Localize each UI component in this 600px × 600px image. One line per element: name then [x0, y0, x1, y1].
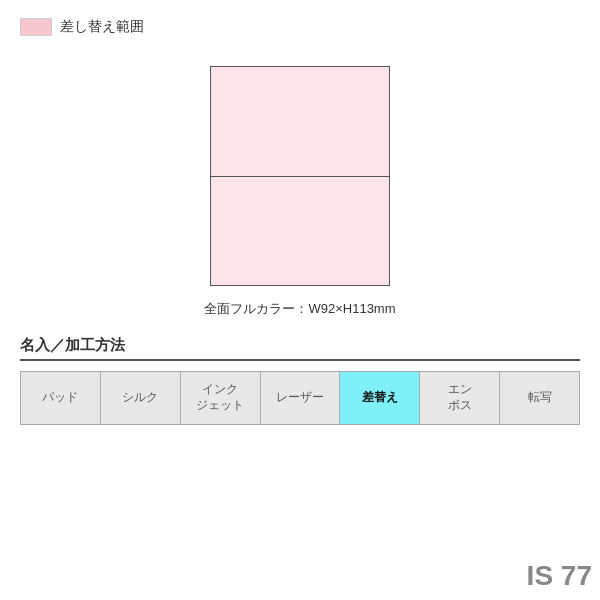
- tab-silk[interactable]: シルク: [101, 372, 181, 424]
- card-dimension: 全面フルカラー：W92×H113mm: [204, 300, 395, 318]
- card-area: 全面フルカラー：W92×H113mm: [20, 66, 580, 318]
- legend-swatch: [20, 18, 52, 36]
- card-top: [211, 67, 389, 177]
- tab-emboss[interactable]: エンボス: [420, 372, 500, 424]
- tab-pad[interactable]: パッド: [21, 372, 101, 424]
- legend-label: 差し替え範囲: [60, 18, 144, 36]
- card-bottom: [211, 177, 389, 286]
- page-wrapper: 差し替え範囲 全面フルカラー：W92×H113mm 名入／加工方法 パッド シル…: [0, 0, 600, 600]
- tab-inkjet[interactable]: インクジェット: [181, 372, 261, 424]
- is77-badge: IS 77: [527, 560, 592, 592]
- tab-laser[interactable]: レーザー: [261, 372, 341, 424]
- tab-sashikae[interactable]: 差替え: [340, 372, 420, 424]
- legend-row: 差し替え範囲: [20, 18, 580, 36]
- card-diagram: [210, 66, 390, 286]
- tabs-row: パッド シルク インクジェット レーザー 差替え エンボス 転写: [20, 371, 580, 425]
- section-title: 名入／加工方法: [20, 336, 580, 361]
- tab-transfer[interactable]: 転写: [500, 372, 579, 424]
